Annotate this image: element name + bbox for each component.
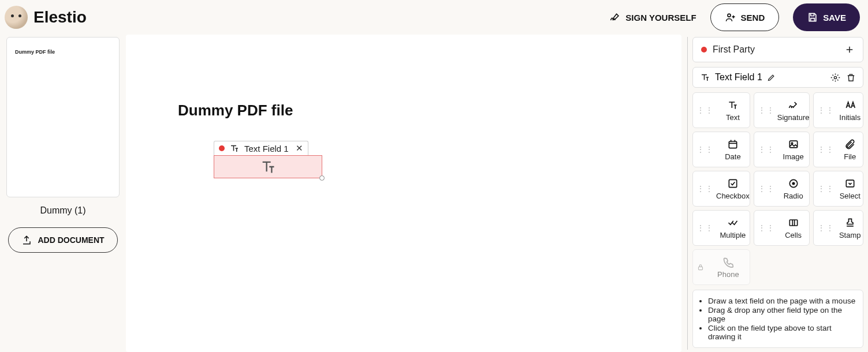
svg-rect-10 xyxy=(699,267,703,269)
lock-icon xyxy=(696,263,705,271)
grip-icon: ⋮⋮ xyxy=(696,226,714,230)
tool-label: Image xyxy=(783,152,804,161)
calendar-icon xyxy=(727,138,739,150)
plus-icon[interactable] xyxy=(844,44,855,55)
tool-label: Phone xyxy=(717,270,739,279)
tool-radio[interactable]: ⋮⋮ Radio xyxy=(754,171,810,207)
tool-image[interactable]: ⋮⋮ Image xyxy=(754,132,810,167)
placed-field[interactable]: Text Field 1 ✕ xyxy=(214,141,322,178)
tool-file[interactable]: ⋮⋮ File xyxy=(813,132,863,167)
send-label: SEND xyxy=(741,13,765,23)
initials-icon xyxy=(844,99,856,111)
svg-point-0 xyxy=(728,14,731,17)
stamp-icon xyxy=(844,217,856,229)
phone-icon xyxy=(722,256,734,268)
field-close-button[interactable]: ✕ xyxy=(296,143,303,153)
grip-icon: ⋮⋮ xyxy=(817,108,835,112)
svg-rect-3 xyxy=(789,141,797,148)
svg-point-1 xyxy=(834,76,836,78)
tool-label: File xyxy=(844,152,856,161)
main: Dummy PDF file Dummy (1) ADD DOCUMENT Du… xyxy=(0,35,868,352)
save-label: SAVE xyxy=(823,13,846,23)
party-color-dot xyxy=(701,47,707,53)
sign-yourself-button[interactable]: SIGN YOURSELF xyxy=(609,12,696,23)
user-send-icon xyxy=(725,12,736,23)
hints-box: Draw a text field on the page with a mou… xyxy=(692,290,863,348)
edit-icon[interactable] xyxy=(767,73,776,82)
header-actions: SIGN YOURSELF SEND SAVE xyxy=(609,3,860,31)
party-header[interactable]: First Party xyxy=(692,37,863,62)
gear-icon[interactable] xyxy=(830,73,840,83)
signature-icon xyxy=(609,12,621,23)
tool-checkbox[interactable]: ⋮⋮ Checkbox xyxy=(692,171,750,207)
tool-label: Initials xyxy=(839,113,860,122)
grip-icon: ⋮⋮ xyxy=(696,148,714,151)
brand-logo xyxy=(5,6,28,29)
svg-rect-8 xyxy=(846,180,854,187)
thumbnail-label: Dummy (1) xyxy=(40,205,85,216)
sign-yourself-label: SIGN YOURSELF xyxy=(625,13,696,23)
hint-item: Drag & drop any other field type on the … xyxy=(708,306,857,323)
grip-icon: ⋮⋮ xyxy=(817,148,835,151)
tool-signature[interactable]: ⋮⋮ Signature xyxy=(754,92,810,128)
tool-stamp[interactable]: ⋮⋮ Stamp xyxy=(813,210,863,246)
send-button[interactable]: SEND xyxy=(710,3,780,31)
hint-item: Draw a text field on the page with a mou… xyxy=(708,297,857,305)
page-thumbnail[interactable]: Dummy PDF file xyxy=(6,37,120,197)
tool-label: Radio xyxy=(784,192,803,200)
tool-label: Date xyxy=(725,152,740,161)
text-icon xyxy=(260,159,276,175)
add-document-button[interactable]: ADD DOCUMENT xyxy=(8,227,117,253)
tool-select[interactable]: ⋮⋮ Select xyxy=(813,171,863,207)
tool-label: Checkbox xyxy=(716,192,750,200)
paperclip-icon xyxy=(844,138,856,150)
checkbox-icon xyxy=(727,178,739,189)
trash-icon[interactable] xyxy=(846,73,856,83)
add-document-label: ADD DOCUMENT xyxy=(38,235,104,245)
tool-multiple[interactable]: ⋮⋮ Multiple xyxy=(692,210,750,246)
tool-date[interactable]: ⋮⋮ Date xyxy=(692,132,750,167)
radio-icon xyxy=(788,178,799,189)
save-button[interactable]: SAVE xyxy=(793,3,860,31)
document-canvas[interactable]: Dummy PDF file Text Field 1 ✕ xyxy=(126,35,681,352)
app-header: Elestio SIGN YOURSELF SEND SAVE xyxy=(0,0,868,35)
tool-cells[interactable]: ⋮⋮ Cells xyxy=(754,210,810,246)
save-icon xyxy=(807,12,818,23)
grip-icon: ⋮⋮ xyxy=(696,187,714,190)
grip-icon: ⋮⋮ xyxy=(817,187,835,190)
field-label: Text Field 1 xyxy=(244,144,289,153)
field-box[interactable] xyxy=(214,155,322,178)
svg-rect-2 xyxy=(729,141,736,148)
party-name: First Party xyxy=(713,44,755,55)
grip-icon: ⋮⋮ xyxy=(758,108,775,112)
grip-icon: ⋮⋮ xyxy=(758,148,775,151)
left-panel: Dummy PDF file Dummy (1) ADD DOCUMENT xyxy=(0,35,126,352)
svg-rect-5 xyxy=(729,179,736,187)
tool-text[interactable]: ⋮⋮ Text xyxy=(692,92,750,128)
thumbnail-text: Dummy PDF file xyxy=(15,49,55,55)
tool-label: Cells xyxy=(785,231,802,239)
field-tab[interactable]: Text Field 1 ✕ xyxy=(214,141,308,155)
cells-icon xyxy=(788,217,799,229)
brand-name: Elestio xyxy=(33,8,87,27)
select-icon xyxy=(844,178,856,189)
text-icon xyxy=(229,143,240,153)
brand: Elestio xyxy=(5,6,87,29)
resize-handle[interactable] xyxy=(319,175,325,181)
tool-label: Signature xyxy=(777,113,810,122)
party-color-dot xyxy=(219,145,225,151)
svg-rect-9 xyxy=(789,220,797,226)
image-icon xyxy=(788,138,799,150)
hint-item: Click on the field type above to start d… xyxy=(708,324,857,341)
field-tools-grid: ⋮⋮ Text ⋮⋮ Signature ⋮⋮ Initials xyxy=(692,92,863,285)
field-row[interactable]: Text Field 1 xyxy=(692,67,863,88)
tool-label: Text xyxy=(726,113,740,122)
grip-icon: ⋮⋮ xyxy=(696,108,714,112)
tool-initials[interactable]: ⋮⋮ Initials xyxy=(813,92,863,128)
tool-label: Stamp xyxy=(839,231,861,239)
field-row-name: Text Field 1 xyxy=(715,72,762,83)
multiple-icon xyxy=(727,217,739,229)
document-title: Dummy PDF file xyxy=(178,102,293,119)
signature-icon xyxy=(788,99,799,111)
tool-label: Select xyxy=(840,192,860,200)
